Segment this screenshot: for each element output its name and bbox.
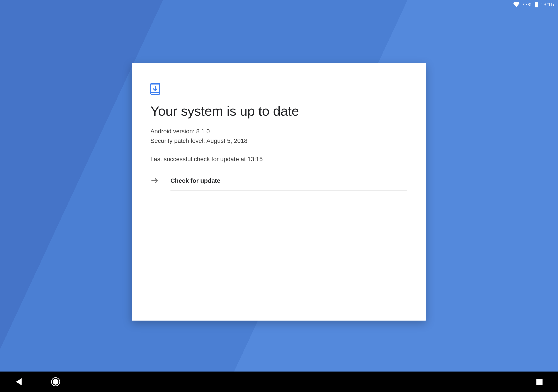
recents-button[interactable] — [534, 376, 545, 387]
arrow-right-icon — [150, 171, 170, 191]
svg-rect-1 — [535, 2, 538, 7]
svg-rect-0 — [536, 2, 537, 2]
system-update-card: Your system is up to date Android versio… — [132, 63, 426, 321]
navigation-bar — [0, 372, 558, 392]
last-check-line: Last successful check for update at 13:1… — [150, 156, 407, 163]
wifi-icon — [513, 2, 520, 7]
security-patch-line: Security patch level: August 5, 2018 — [150, 136, 407, 146]
home-button[interactable] — [50, 376, 61, 387]
system-update-icon — [150, 83, 407, 96]
battery-percentage: 77% — [522, 1, 533, 8]
status-clock: 13:15 — [540, 1, 554, 8]
check-for-update-button[interactable]: Check for update — [150, 171, 407, 191]
check-for-update-label: Check for update — [170, 171, 407, 191]
card-title: Your system is up to date — [150, 103, 407, 119]
back-button[interactable] — [13, 376, 24, 387]
battery-icon — [535, 2, 538, 7]
system-info-block: Android version: 8.1.0 Security patch le… — [150, 127, 407, 146]
svg-rect-9 — [536, 379, 542, 385]
svg-point-8 — [53, 379, 58, 385]
android-version-line: Android version: 8.1.0 — [150, 127, 407, 136]
status-bar: 77% 13:15 — [0, 0, 558, 9]
